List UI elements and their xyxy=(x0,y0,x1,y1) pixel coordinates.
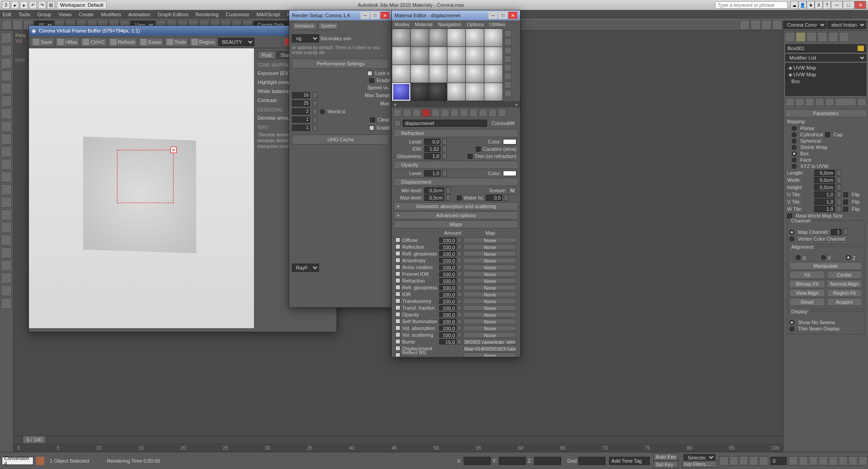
map-checkbox[interactable] xyxy=(395,244,400,249)
map-slot-button[interactable]: None xyxy=(464,353,516,357)
exchange-icon[interactable]: X xyxy=(815,1,823,9)
rayf-dropdown[interactable]: RayF xyxy=(292,264,319,272)
link-icon[interactable]: ⛓ xyxy=(47,1,55,9)
map-slot-button[interactable]: None xyxy=(464,332,516,338)
tool-21[interactable] xyxy=(1,285,12,296)
pick-icon[interactable] xyxy=(394,120,401,126)
acquire-button[interactable]: Acquire xyxy=(827,298,863,306)
enable2-checkbox[interactable] xyxy=(369,125,374,130)
tool-15[interactable] xyxy=(1,209,12,220)
spn5[interactable]: 1 xyxy=(292,125,310,131)
signin-icon[interactable]: 👤 xyxy=(798,1,807,9)
map-checkbox[interactable] xyxy=(395,251,400,256)
stack-item[interactable]: Box xyxy=(787,78,865,84)
map-slot-button[interactable]: None xyxy=(464,285,516,290)
put-to-scene-icon[interactable] xyxy=(403,109,411,117)
remove-modifier-icon[interactable] xyxy=(815,98,824,106)
listener-icon[interactable] xyxy=(36,457,44,465)
tool-5[interactable] xyxy=(1,83,12,94)
current-frame[interactable]: 0 xyxy=(770,457,787,465)
slot-2[interactable] xyxy=(411,29,429,46)
manipulate-button[interactable]: Manipulate xyxy=(789,262,862,270)
vfb-tools-button[interactable]: Tools xyxy=(164,37,188,46)
slot-20[interactable] xyxy=(411,83,429,101)
map-amount-spinner[interactable] xyxy=(457,298,462,304)
vfb-render-view[interactable]: ✕ xyxy=(29,48,254,328)
cp-tab-hierarchy[interactable] xyxy=(807,32,816,42)
nav-zoom-icon[interactable] xyxy=(799,456,808,465)
go-sibling-icon[interactable] xyxy=(498,109,506,117)
refr-color[interactable] xyxy=(503,139,516,144)
radio-box[interactable] xyxy=(792,151,797,156)
tool-10[interactable] xyxy=(1,146,12,157)
map-checkbox[interactable] xyxy=(395,346,400,351)
roll-displacement[interactable]: Displacement xyxy=(394,178,518,186)
flip-w-checkbox[interactable] xyxy=(843,207,848,212)
slot-24[interactable] xyxy=(484,83,502,101)
stack-item[interactable]: ◈ UVW Map xyxy=(787,65,865,71)
map-amount-spinner[interactable] xyxy=(457,332,462,338)
map-checkbox[interactable] xyxy=(395,312,400,317)
slot-3[interactable] xyxy=(429,29,447,46)
material-editor-icon[interactable] xyxy=(740,20,750,30)
map-slot-button[interactable]: None xyxy=(464,251,516,256)
map-checkbox[interactable] xyxy=(395,271,400,276)
refr-level[interactable]: 0,0 xyxy=(424,139,441,145)
map-amount-spinner[interactable] xyxy=(457,325,462,331)
map-slot-button[interactable]: None xyxy=(464,292,516,297)
utile-spinner[interactable]: 1,0 xyxy=(814,191,835,198)
width-spinner-arrows[interactable] xyxy=(837,177,841,183)
cp-tab-modify[interactable] xyxy=(796,32,806,42)
help-search-input[interactable] xyxy=(715,1,788,9)
menu-graph-editors[interactable]: Graph Editors xyxy=(158,12,188,17)
nav-pan-icon[interactable] xyxy=(839,456,848,465)
show-in-viewport-icon[interactable] xyxy=(469,109,478,117)
map-amount-spinner[interactable] xyxy=(457,305,462,311)
height-spinner[interactable]: 5,0cm xyxy=(814,184,835,190)
show-end-result-icon[interactable] xyxy=(795,98,804,106)
roll-vol[interactable]: +Volumetric absorption and scattering xyxy=(394,202,518,210)
close-button[interactable]: ✕ xyxy=(854,1,866,9)
rollout-perf[interactable]: Performance Settings xyxy=(292,59,389,69)
map-amount-spinner[interactable] xyxy=(457,237,462,243)
menu-customize[interactable]: Customize xyxy=(226,12,249,17)
stack-item[interactable]: ◈ UVW Map xyxy=(787,71,865,78)
map-checkbox[interactable] xyxy=(395,339,400,344)
coord-z[interactable] xyxy=(534,457,561,465)
flip-v-checkbox[interactable] xyxy=(843,200,848,204)
nav-fov-icon[interactable] xyxy=(829,456,838,465)
backlight-icon[interactable] xyxy=(504,38,511,46)
selection-mode-dropdown[interactable]: elect Instance xyxy=(827,21,866,29)
world-radio[interactable] xyxy=(320,109,325,114)
map-slot-button[interactable]: None xyxy=(464,265,516,270)
map-amount-spinner[interactable] xyxy=(457,278,462,283)
thin-checkbox[interactable] xyxy=(468,154,473,159)
modifier-list-dropdown[interactable]: Modifier List xyxy=(785,54,866,61)
slot-17[interactable] xyxy=(466,65,484,83)
new-icon[interactable]: ▸ xyxy=(11,1,19,9)
render-setup-window[interactable]: Render Setup: Corona 1.4 ─□✕ formanceSys… xyxy=(289,10,393,308)
map-amount[interactable]: 100,0 xyxy=(439,237,456,243)
menu-views[interactable]: Views xyxy=(58,12,71,17)
key-filters-button[interactable]: Key Filters... xyxy=(682,461,717,468)
slot-14[interactable] xyxy=(411,65,429,83)
put-to-library-icon[interactable] xyxy=(450,109,459,117)
configure-sets-icon[interactable] xyxy=(825,98,834,106)
map-amount[interactable]: 100,0 xyxy=(439,244,456,250)
tool-9[interactable] xyxy=(1,134,12,144)
slot-10[interactable] xyxy=(447,47,465,65)
goto-start-icon[interactable] xyxy=(719,456,728,465)
spn2[interactable]: 25 xyxy=(292,100,310,107)
tool-18[interactable] xyxy=(1,247,12,258)
rsetup-min[interactable]: ─ xyxy=(361,12,370,19)
map-amount-spinner[interactable] xyxy=(457,271,462,277)
vfb-refresh-button[interactable]: Refresh xyxy=(108,37,138,46)
radio-no-seams[interactable] xyxy=(789,320,794,325)
coord-y[interactable] xyxy=(499,457,526,465)
map-amount-spinner[interactable] xyxy=(457,244,462,250)
slot-23[interactable] xyxy=(466,83,484,101)
map-amount-spinner[interactable] xyxy=(457,251,462,256)
medit-max[interactable]: □ xyxy=(498,12,507,19)
make-unique-icon[interactable] xyxy=(805,98,814,106)
slot-19-selected[interactable] xyxy=(392,83,410,101)
